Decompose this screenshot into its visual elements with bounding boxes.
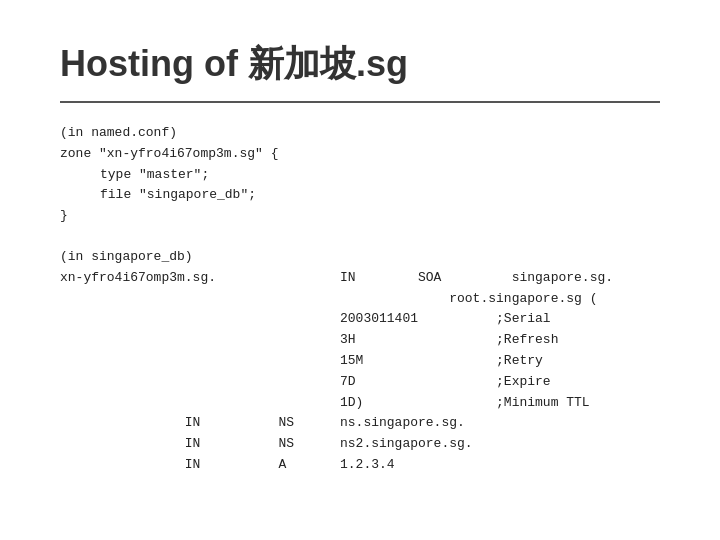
section1-line4: } — [60, 206, 660, 227]
right-line8: ns.singapore.sg. — [340, 413, 660, 434]
right-line5: 15M ;Retry — [340, 351, 660, 372]
left-line10: IN A — [60, 455, 340, 476]
section2-left: xn-yfro4i67omp3m.sg. IN NS IN NS IN A — [60, 268, 340, 476]
right-line6: 7D ;Expire — [340, 372, 660, 393]
section1-line2: type "master"; — [60, 165, 660, 186]
left-line8: IN NS — [60, 413, 340, 434]
section1-line1: zone "xn-yfro4i67omp3m.sg" { — [60, 144, 660, 165]
right-line3: 2003011401 ;Serial — [340, 309, 660, 330]
section1-label: (in named.conf) — [60, 123, 660, 144]
right-line10: 1.2.3.4 — [340, 455, 660, 476]
page-title: Hosting of 新加坡.sg — [60, 40, 660, 89]
left-line7 — [60, 393, 340, 414]
right-line7: 1D) ;Minimum TTL — [340, 393, 660, 414]
right-line2: root.singapore.sg ( — [340, 289, 660, 310]
section2-right: IN SOA singapore.sg. root.singapore.sg (… — [340, 268, 660, 476]
left-line6 — [60, 372, 340, 393]
left-line3 — [60, 309, 340, 330]
title-divider — [60, 101, 660, 103]
page: Hosting of 新加坡.sg (in named.conf) zone "… — [0, 0, 720, 540]
section2: (in singapore_db) xn-yfro4i67omp3m.sg. I… — [60, 247, 660, 476]
section1: (in named.conf) zone "xn-yfro4i67omp3m.s… — [60, 123, 660, 227]
section2-content: xn-yfro4i67omp3m.sg. IN NS IN NS IN A — [60, 268, 660, 476]
left-line9: IN NS — [60, 434, 340, 455]
section1-line3: file "singapore_db"; — [60, 185, 660, 206]
left-line2 — [60, 289, 340, 310]
left-line4 — [60, 330, 340, 351]
right-line9: ns2.singapore.sg. — [340, 434, 660, 455]
section2-label: (in singapore_db) — [60, 247, 660, 268]
left-line1: xn-yfro4i67omp3m.sg. — [60, 268, 340, 289]
right-line1: IN SOA singapore.sg. — [340, 268, 660, 289]
right-line4: 3H ;Refresh — [340, 330, 660, 351]
left-line5 — [60, 351, 340, 372]
